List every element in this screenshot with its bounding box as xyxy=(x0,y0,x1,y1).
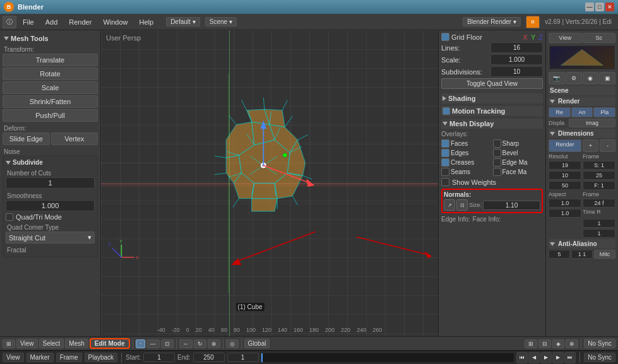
face-ma-checkbox[interactable] xyxy=(493,168,501,176)
remove-render-btn[interactable]: - xyxy=(600,139,615,152)
edge-ma-checkbox[interactable] xyxy=(493,158,501,167)
object-icon-btn[interactable]: ▣ xyxy=(599,72,615,85)
view-tab[interactable]: View xyxy=(549,33,582,43)
fps-field[interactable]: 24 f xyxy=(583,199,615,208)
sharp-checkbox[interactable] xyxy=(493,139,501,148)
select-menu-btn[interactable]: Select xyxy=(39,339,64,348)
menu-add[interactable]: Add xyxy=(40,17,63,27)
aa-v5-field[interactable]: 5 xyxy=(549,250,570,259)
edit-mode-button[interactable]: Edit Mode xyxy=(90,338,130,349)
no-sync-btn[interactable]: No Sync xyxy=(584,339,615,348)
scale-field[interactable]: 1.000 xyxy=(490,54,543,65)
render-button-main[interactable]: Render xyxy=(549,139,581,152)
scene-btn-2[interactable]: ⊟ xyxy=(538,339,551,348)
push-pull-button[interactable]: Push/Pull xyxy=(3,109,98,122)
normal-vertex-btn[interactable]: ↗ xyxy=(444,199,455,211)
menu-render[interactable]: Render xyxy=(64,17,97,27)
lines-field[interactable]: 16 xyxy=(490,42,543,53)
3d-viewport[interactable]: User Persp xyxy=(101,30,438,336)
maximize-button[interactable]: □ xyxy=(595,3,604,11)
viewport-icon-btn[interactable]: ⊞ xyxy=(3,339,15,348)
scene-selector[interactable]: Scene ▾ xyxy=(205,17,237,26)
edges-checkbox[interactable] xyxy=(441,149,449,157)
rotate-button[interactable]: Rotate xyxy=(3,68,98,80)
tl-playback-btn[interactable]: Playback xyxy=(85,353,118,362)
frame-f1-field[interactable]: 25 xyxy=(583,171,615,180)
scene-btn-4[interactable]: ⊕ xyxy=(566,339,578,348)
frame-s1-field[interactable]: S: 1 xyxy=(583,161,615,170)
vertex-select-btn[interactable]: ⋅ xyxy=(136,339,145,348)
straight-cut-selector[interactable]: Straight Cut ▾ xyxy=(6,232,95,244)
transform-icon-2[interactable]: ↻ xyxy=(194,339,206,348)
x-label[interactable]: X xyxy=(523,33,528,41)
toggle-quad-view-button[interactable]: Toggle Quad View xyxy=(441,78,543,89)
res-y-field[interactable]: 10 xyxy=(549,171,581,180)
res-x-field[interactable]: 19 xyxy=(549,161,581,170)
shading-header[interactable]: Shading xyxy=(441,93,543,103)
aa-vl1-field[interactable]: 1 1 xyxy=(571,250,593,259)
v2-field[interactable]: 1 xyxy=(583,229,615,238)
render-play-btn[interactable]: Pla xyxy=(593,107,615,117)
grid-floor-checkbox[interactable] xyxy=(441,33,449,41)
subdivisions-field[interactable]: 10 xyxy=(490,66,543,77)
face-select-btn[interactable]: ⊡ xyxy=(161,339,174,348)
add-render-btn[interactable]: + xyxy=(583,139,598,152)
camera-icon-btn[interactable]: 📷 xyxy=(549,72,565,85)
tl-frame-btn[interactable]: Frame xyxy=(56,353,82,362)
transform-icon-1[interactable]: ↔ xyxy=(179,339,193,348)
normals-size-field[interactable]: 1.10 xyxy=(483,201,540,210)
quad-tri-checkbox[interactable] xyxy=(6,213,13,221)
vertex-button[interactable]: Vertex xyxy=(51,132,98,145)
creases-checkbox[interactable] xyxy=(441,158,449,167)
scene-btn-3[interactable]: ◈ xyxy=(552,339,564,348)
slide-edge-button[interactable]: Slide Edge xyxy=(3,132,50,145)
proportional-btn[interactable]: ◎ xyxy=(226,339,239,348)
render-animate-btn[interactable]: An xyxy=(571,107,593,117)
frame-f1b-field[interactable]: F: 1 xyxy=(583,181,615,190)
bevel-checkbox[interactable] xyxy=(493,149,501,157)
seams-checkbox[interactable] xyxy=(441,168,449,176)
tl-next-frame-btn[interactable]: ▶ xyxy=(552,352,564,363)
tl-current-frame-field[interactable]: 1 xyxy=(227,353,259,362)
mesh-display-header[interactable]: Mesh Display xyxy=(441,119,543,129)
blender-icon-btn[interactable]: B xyxy=(526,16,540,28)
materials-icon-btn[interactable]: ◉ xyxy=(583,72,599,85)
motion-tracking-checkbox[interactable] xyxy=(443,107,450,115)
render-image-btn[interactable]: Re xyxy=(549,107,571,117)
aspect-y-field[interactable]: 1.0 xyxy=(549,209,581,218)
tl-nosync-btn[interactable]: No Sync xyxy=(584,353,615,362)
subdivide-header[interactable]: Subdivide xyxy=(6,159,95,166)
scale-button[interactable]: Scale xyxy=(3,81,98,94)
v1-field[interactable]: 1 xyxy=(583,219,615,228)
smoothness-field[interactable]: 1.000 xyxy=(6,200,95,211)
timeline-track[interactable] xyxy=(261,353,514,362)
scene-tab[interactable]: Sc xyxy=(583,33,616,43)
layout-selector[interactable]: Default ▾ xyxy=(166,17,200,26)
tl-jump-start-btn[interactable]: ⏮ xyxy=(516,352,528,363)
aspect-x-field[interactable]: 1.0 xyxy=(549,199,581,208)
tl-prev-frame-btn[interactable]: ◀ xyxy=(528,352,540,363)
info-icon-btn[interactable]: ⓘ xyxy=(3,16,16,28)
display-dropdown[interactable]: Imag xyxy=(569,119,615,127)
scene-btn-1[interactable]: ⊞ xyxy=(525,339,537,348)
tl-marker-btn[interactable]: Marker xyxy=(27,353,54,362)
y-label[interactable]: Y xyxy=(531,33,535,41)
tl-play-btn[interactable]: ▶ xyxy=(540,352,552,363)
menu-file[interactable]: File xyxy=(18,17,39,27)
transform-space-selector[interactable]: Global xyxy=(244,339,270,348)
num-cuts-field[interactable]: 1 xyxy=(6,177,95,189)
menu-window[interactable]: Window xyxy=(98,17,133,27)
edge-select-btn[interactable]: — xyxy=(146,339,160,348)
minimize-button[interactable]: — xyxy=(585,3,594,11)
res-z-field[interactable]: 50 xyxy=(549,181,581,190)
z-label[interactable]: Z xyxy=(538,33,543,41)
close-button[interactable]: ✕ xyxy=(605,3,614,11)
menu-help[interactable]: Help xyxy=(134,17,159,27)
tl-start-field[interactable]: 1 xyxy=(143,353,175,362)
mesh-tools-header[interactable]: Mesh Tools xyxy=(3,33,98,44)
snap-btn[interactable]: ⊕ xyxy=(208,339,220,348)
tl-jump-end-btn[interactable]: ⏭ xyxy=(564,352,576,363)
motion-tracking-header[interactable]: Motion Tracking xyxy=(441,106,543,116)
normal-face-btn[interactable]: ⊡ xyxy=(456,199,468,211)
tl-view-btn[interactable]: View xyxy=(3,353,24,362)
